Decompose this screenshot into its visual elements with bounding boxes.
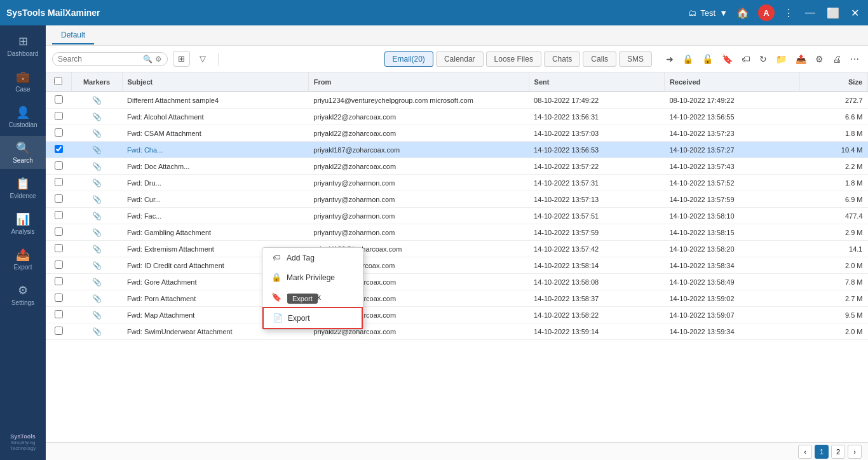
row-size: 1.8 M <box>800 175 868 191</box>
bookmark-icon[interactable]: 🔖 <box>719 53 735 65</box>
table-row[interactable]: 📎 Fwd: SwimUnderwear Attachment priyakl2… <box>46 323 868 340</box>
row-sent: 14-10-2022 13:58:14 <box>529 257 664 274</box>
sidebar-item-custodian[interactable]: 👤 Custodian <box>0 100 46 133</box>
row-checkbox-cell <box>46 257 71 274</box>
filter-tab-calls[interactable]: Calls <box>583 51 616 67</box>
table-row[interactable]: 📎 Fwd: Gore Attachment priyakl22@zoharco… <box>46 274 868 290</box>
ctx-mark-privilege[interactable]: 🔒 Mark Privilege <box>262 267 363 287</box>
row-checkbox[interactable] <box>55 161 63 170</box>
print-icon[interactable]: 🖨 <box>830 53 844 65</box>
column-config-button[interactable]: ⊞ <box>173 51 190 67</box>
sidebar-item-settings[interactable]: ⚙ Settings <box>0 278 46 311</box>
page-1-button[interactable]: 1 <box>815 445 829 459</box>
gear-icon[interactable]: ⚙ <box>813 53 826 65</box>
table-row[interactable]: 📎 Fwd: Map Attachment priyakl22@zoharcoa… <box>46 307 868 323</box>
table-row[interactable]: 📎 Fwd: Gambling Attachment priyantvy@zoh… <box>46 224 868 241</box>
sidebar-item-export[interactable]: 📤 Export <box>0 243 46 276</box>
case-name: Test <box>700 8 715 18</box>
filter-tab-sms[interactable]: SMS <box>619 51 652 67</box>
filter-tab-loose-files[interactable]: Loose Files <box>486 51 541 67</box>
sidebar-item-evidence[interactable]: 📋 Evidence <box>0 172 46 205</box>
table-row[interactable]: 📎 Fwd: Dru... priyantvy@zoharmon.com 14-… <box>46 175 868 191</box>
table-row[interactable]: 📎 Fwd: Cha... priyakl187@zoharcoax.com 1… <box>46 142 868 158</box>
row-checkbox[interactable] <box>55 112 63 120</box>
close-button[interactable]: ✕ <box>848 6 862 20</box>
select-all-checkbox[interactable] <box>54 77 62 85</box>
row-subject: Different Attachment sample4 <box>122 91 308 109</box>
more-icon[interactable]: ⋯ <box>848 53 862 65</box>
row-checkbox[interactable] <box>55 227 63 236</box>
sidebar-label-evidence: Evidence <box>10 193 36 200</box>
sidebar-label-search: Search <box>13 157 33 164</box>
forward-icon[interactable]: ➜ <box>663 53 676 65</box>
row-checkbox[interactable] <box>55 145 63 153</box>
search-input[interactable] <box>58 55 140 64</box>
row-checkbox[interactable] <box>55 294 63 302</box>
row-checkbox[interactable] <box>55 310 63 318</box>
table-row[interactable]: 📎 Fwd: Extremism Attachment priyakl123@j… <box>46 241 868 257</box>
refresh-icon[interactable]: ↻ <box>757 53 770 65</box>
row-marker: 📎 <box>71 241 122 257</box>
next-page-button[interactable]: › <box>848 445 862 459</box>
prev-page-button[interactable]: ‹ <box>798 445 812 459</box>
attachment-icon: 📎 <box>92 145 102 154</box>
case-icon: 💼 <box>16 70 30 84</box>
home-icon[interactable]: 🏠 <box>734 6 752 20</box>
table-row[interactable]: 📎 Different Attachment sample4 priyu1234… <box>46 91 868 109</box>
export-action-icon[interactable]: 📤 <box>793 53 809 65</box>
row-sent: 14-10-2022 13:58:22 <box>529 307 664 323</box>
tag-icon[interactable]: 🏷 <box>739 53 753 65</box>
page-2-button[interactable]: 2 <box>831 445 845 459</box>
table-row[interactable]: 📎 Fwd: Doc Attachm... priyakl22@zoharcoa… <box>46 158 868 175</box>
folder-icon[interactable]: 📁 <box>773 53 789 65</box>
tab-default[interactable]: Default <box>52 27 94 44</box>
tag-ctx-icon: 🏷 <box>271 253 281 262</box>
sidebar-item-case[interactable]: 💼 Case <box>0 65 46 98</box>
row-checkbox[interactable] <box>55 277 63 285</box>
row-checkbox[interactable] <box>55 128 63 137</box>
row-received: 14-10-2022 13:56:55 <box>664 109 799 125</box>
attachment-icon: 📎 <box>92 179 102 187</box>
row-from: priyantvy@zoharmon.com <box>308 175 529 191</box>
row-sent: 14-10-2022 13:57:22 <box>529 158 664 175</box>
row-checkbox[interactable] <box>55 95 63 104</box>
table-row[interactable]: 📎 Fwd: CSAM Attachment priyakl22@zoharco… <box>46 125 868 142</box>
filter-tab-email[interactable]: Email(20) <box>384 51 433 67</box>
maximize-button[interactable]: ⬜ <box>824 6 842 20</box>
sidebar-item-dashboard[interactable]: ⊞ Dashboard <box>0 29 46 62</box>
row-checkbox-cell <box>46 224 71 241</box>
sidebar-item-search[interactable]: 🔍 Search <box>0 136 46 169</box>
sidebar-logo: SysTools Simplifying Technology <box>0 428 46 456</box>
case-dropdown-icon[interactable]: ▼ <box>719 8 728 18</box>
attachment-icon: 📎 <box>92 261 102 270</box>
row-checkbox[interactable] <box>55 211 63 219</box>
table-row[interactable]: 📎 Fwd: Fac... priyantvy@zoharmon.com 14-… <box>46 208 868 224</box>
menu-icon[interactable]: ⋮ <box>781 6 796 20</box>
row-marker: 📎 <box>71 290 122 307</box>
row-subject: Fwd: Gambling Attachment <box>122 224 308 241</box>
sidebar-item-analysis[interactable]: 📊 Analysis <box>0 207 46 240</box>
ctx-add-tag[interactable]: 🏷 Add Tag <box>262 248 363 267</box>
avatar[interactable]: A <box>758 4 775 21</box>
table-row[interactable]: 📎 Fwd: Cur... priyantvy@zoharmon.com 14-… <box>46 191 868 208</box>
lock-icon[interactable]: 🔒 <box>680 53 696 65</box>
row-checkbox[interactable] <box>55 244 63 252</box>
row-checkbox[interactable] <box>55 260 63 269</box>
table-row[interactable]: 📎 Fwd: ID Credit card Attachment pnyori2… <box>46 257 868 274</box>
filter-tab-chats[interactable]: Chats <box>544 51 580 67</box>
table-row[interactable]: 📎 Fwd: Alcohol Attachment priyakl22@zoha… <box>46 109 868 125</box>
attachment-icon: 📎 <box>92 245 102 254</box>
row-checkbox-cell <box>46 91 71 109</box>
unlock-icon[interactable]: 🔓 <box>700 53 715 65</box>
filter-tab-calendar[interactable]: Calendar <box>436 51 484 67</box>
minimize-button[interactable]: — <box>803 6 818 20</box>
row-checkbox[interactable] <box>55 194 63 203</box>
table-row[interactable]: 📎 Fwd: Porn Attachment priyakl22@zoharco… <box>46 290 868 307</box>
filter-button[interactable]: ▽ <box>195 51 210 66</box>
row-checkbox[interactable] <box>55 178 63 186</box>
case-info: 🗂 Test ▼ <box>688 8 728 18</box>
row-size: 9.5 M <box>800 307 868 323</box>
ctx-export[interactable]: 📄 Export <box>262 307 363 329</box>
search-settings-icon[interactable]: ⚙ <box>155 55 162 64</box>
row-checkbox[interactable] <box>55 327 63 335</box>
